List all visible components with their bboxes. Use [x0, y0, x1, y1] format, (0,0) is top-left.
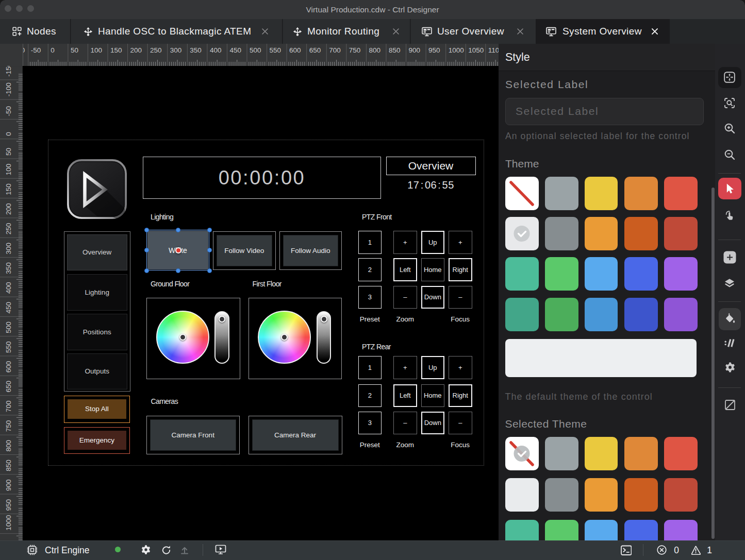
svg-text:550: 550 — [5, 341, 12, 352]
svg-text:400: 400 — [210, 47, 222, 55]
svg-text:200: 200 — [5, 203, 12, 215]
svg-text:800: 800 — [369, 47, 380, 55]
svg-text:300: 300 — [5, 243, 12, 254]
svg-text:-100: -100 — [5, 82, 12, 96]
svg-text:300: 300 — [170, 47, 181, 55]
svg-text:100: 100 — [5, 164, 12, 176]
svg-text:350: 350 — [190, 47, 202, 55]
svg-text:250: 250 — [5, 223, 12, 235]
svg-text:850: 850 — [389, 47, 401, 55]
svg-text:1100: 1100 — [488, 47, 499, 55]
svg-text:250: 250 — [150, 47, 162, 55]
svg-text:350: 350 — [5, 262, 12, 274]
svg-text:800: 800 — [5, 440, 12, 451]
svg-text:150: 150 — [110, 47, 122, 55]
svg-text:1000: 1000 — [5, 515, 12, 531]
svg-text:950: 950 — [5, 499, 12, 511]
svg-text:700: 700 — [329, 47, 341, 55]
svg-text:850: 850 — [5, 460, 12, 471]
svg-text:-150: -150 — [5, 66, 12, 77]
svg-text:900: 900 — [5, 480, 12, 491]
svg-text:600: 600 — [5, 361, 12, 372]
svg-text:100: 100 — [90, 47, 102, 55]
svg-text:650: 650 — [5, 381, 12, 393]
svg-text:50: 50 — [71, 47, 78, 55]
svg-text:500: 500 — [5, 321, 12, 333]
svg-text:550: 550 — [269, 47, 281, 55]
svg-text:700: 700 — [5, 400, 12, 412]
svg-text:450: 450 — [5, 302, 12, 314]
svg-text:150: 150 — [5, 183, 12, 195]
svg-text:1000: 1000 — [448, 47, 463, 55]
svg-text:0: 0 — [51, 47, 55, 55]
svg-text:-50: -50 — [30, 47, 40, 55]
svg-text:0: 0 — [5, 132, 12, 136]
svg-text:1050: 1050 — [468, 47, 484, 55]
svg-text:900: 900 — [408, 47, 420, 55]
svg-text:600: 600 — [289, 47, 301, 55]
svg-text:-50: -50 — [5, 106, 12, 116]
svg-text:650: 650 — [309, 47, 321, 55]
svg-text:200: 200 — [130, 47, 142, 55]
svg-text:50: 50 — [5, 148, 12, 156]
svg-text:750: 750 — [5, 420, 12, 432]
svg-text:450: 450 — [229, 47, 241, 55]
svg-text:400: 400 — [5, 282, 12, 294]
svg-text:500: 500 — [250, 47, 261, 55]
svg-text:950: 950 — [428, 47, 440, 55]
svg-text:750: 750 — [349, 47, 361, 55]
